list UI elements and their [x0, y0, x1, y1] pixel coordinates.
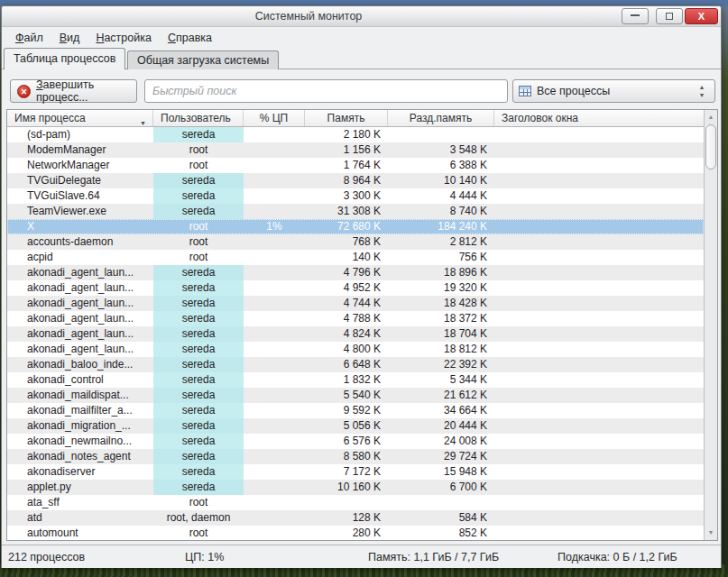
table-row[interactable]: NetworkManagerroot1 764 K6 388 K: [7, 158, 704, 173]
cell-cpu: [244, 388, 305, 403]
table-row[interactable]: akonadi_agent_laun...sereda4 824 K18 704…: [7, 326, 704, 342]
table-row[interactable]: ata_sffroot: [7, 495, 704, 510]
table-row[interactable]: TeamViewer.exesereda31 308 K8 740 K: [7, 204, 704, 219]
table-row[interactable]: akonadi_maildispat...sereda5 540 K21 612…: [7, 388, 704, 403]
kill-process-button[interactable]: ✕ Завершить процесс...: [10, 79, 137, 103]
tab-system-load[interactable]: Общая загрузка системы: [127, 50, 279, 69]
cell-memory: 72 680 K: [305, 219, 388, 234]
cell-memory: 4 788 K: [305, 311, 388, 326]
cell-user: sereda: [153, 127, 244, 142]
scrollbar-thumb[interactable]: [705, 124, 716, 169]
table-row[interactable]: akonadi_controlsereda1 832 K5 344 K: [7, 372, 704, 388]
vertical-scrollbar[interactable]: ▲ ▼: [704, 110, 717, 540]
cell-cpu: [244, 418, 305, 434]
cell-window-title: [494, 495, 704, 510]
table-row[interactable]: akonadi_agent_laun...sereda4 952 K19 320…: [7, 280, 704, 296]
cell-process-name: acpid: [7, 250, 153, 265]
process-filter-combo[interactable]: Все процессы ▲ ▼: [512, 79, 715, 103]
cell-cpu: [244, 434, 305, 449]
close-button[interactable]: X: [685, 8, 718, 24]
titlebar[interactable]: Системный монитор X: [2, 6, 721, 27]
table-row[interactable]: akonadi_agent_laun...sereda4 788 K18 372…: [7, 311, 704, 326]
cell-user: sereda: [153, 296, 244, 311]
table-row[interactable]: Xroot1%72 680 K184 240 K: [7, 219, 704, 234]
cell-user: root: [153, 234, 244, 250]
cell-user: sereda: [153, 173, 244, 188]
cell-shared-memory: 19 320 K: [388, 280, 494, 296]
table-row[interactable]: atdroot, daemon128 K584 K: [7, 510, 704, 526]
status-swap: Подкачка: 0 Б / 1,2 ГиБ: [558, 551, 677, 563]
cell-window-title: [494, 388, 704, 403]
cell-memory: 1 832 K: [305, 372, 388, 388]
menu-file[interactable]: Файл: [7, 28, 51, 49]
cell-cpu: [244, 127, 305, 142]
table-row[interactable]: acpidroot140 K756 K: [7, 250, 704, 265]
menu-view[interactable]: Вид: [51, 28, 88, 49]
cell-shared-memory: 24 008 K: [388, 434, 494, 449]
menu-settings[interactable]: Настройка: [88, 28, 160, 49]
table-row[interactable]: (sd-pam)sereda2 180 K: [7, 127, 704, 142]
cell-window-title: [494, 234, 704, 250]
cell-cpu: [244, 142, 305, 158]
cell-user: sereda: [153, 480, 244, 495]
table-row[interactable]: ModemManagerroot1 156 K3 548 K: [7, 142, 704, 158]
combo-spinner[interactable]: ▲ ▼: [695, 82, 709, 100]
column-header-cpu[interactable]: % ЦП: [244, 110, 305, 126]
cell-user: root: [153, 158, 244, 173]
table-row[interactable]: akonadi_agent_laun...sereda4 796 K18 896…: [7, 265, 704, 280]
table-row[interactable]: akonadi_newmailno...sereda6 576 K24 008 …: [7, 434, 704, 449]
minimize-button[interactable]: [622, 8, 649, 24]
tab-process-table[interactable]: Таблица процессов: [4, 48, 125, 69]
cell-cpu: [244, 188, 305, 204]
cell-memory: 4 952 K: [305, 280, 388, 296]
cell-memory: 8 580 K: [305, 449, 388, 464]
cell-window-title: [494, 188, 704, 204]
cell-window-title: [494, 158, 704, 173]
cell-process-name: akonadi_agent_laun...: [7, 326, 153, 342]
maximize-button[interactable]: [656, 8, 683, 24]
cell-user: sereda: [153, 188, 244, 204]
table-row[interactable]: akonadiserversereda7 172 K15 948 K: [7, 464, 704, 480]
column-header-memory[interactable]: Память: [305, 110, 388, 126]
cell-shared-memory: 2 812 K: [388, 234, 494, 250]
table-row[interactable]: akonadi_agent_laun...sereda4 800 K18 812…: [7, 342, 704, 357]
column-header-user[interactable]: Пользователь: [153, 110, 244, 126]
cell-window-title: [494, 204, 704, 219]
table-row[interactable]: akonadi_migration_...sereda5 056 K20 444…: [7, 418, 704, 434]
column-header-name[interactable]: Имя процесса▼: [7, 110, 153, 126]
cell-process-name: atd: [7, 510, 153, 526]
cell-memory: 2 180 K: [305, 127, 388, 142]
cell-user: sereda: [153, 388, 244, 403]
table-body: (sd-pam)sereda2 180 KModemManagerroot1 1…: [7, 127, 704, 541]
cell-window-title: [494, 510, 704, 526]
cell-user: root: [153, 526, 244, 541]
cell-user: sereda: [153, 449, 244, 464]
minimize-icon: [631, 14, 640, 16]
process-table: Имя процесса▼ Пользователь % ЦП Память Р…: [6, 109, 718, 541]
cell-window-title: [494, 142, 704, 158]
cell-process-name: akonadi_control: [7, 372, 153, 388]
scroll-down-icon[interactable]: ▼: [705, 527, 717, 539]
table-row[interactable]: TVGuiSlave.64sereda3 300 K4 444 K: [7, 188, 704, 204]
menu-help[interactable]: Справка: [160, 28, 220, 49]
table-row[interactable]: akonadi_agent_laun...sereda4 744 K18 428…: [7, 296, 704, 311]
cell-process-name: akonadi_agent_laun...: [7, 280, 153, 296]
cell-process-name: TVGuiSlave.64: [7, 188, 153, 204]
column-header-windowtitle[interactable]: Заголовок окна: [494, 110, 704, 126]
table-row[interactable]: akonadi_baloo_inde...sereda6 648 K22 392…: [7, 357, 704, 372]
cell-user: root: [153, 142, 244, 158]
table-row[interactable]: akonadi_mailfilter_a...sereda9 592 K34 6…: [7, 403, 704, 418]
table-row[interactable]: applet.pysereda10 160 K6 700 K: [7, 480, 704, 495]
quick-search-input[interactable]: [144, 79, 508, 103]
column-header-sharedmem[interactable]: Разд.память: [388, 110, 494, 126]
cell-process-name: akonadi_maildispat...: [7, 388, 153, 403]
status-memory: Память: 1,1 ГиБ / 7,7 ГиБ: [368, 551, 499, 563]
kill-process-icon: ✕: [17, 85, 31, 98]
cell-process-name: akonadi_baloo_inde...: [7, 357, 153, 372]
scroll-up-icon[interactable]: ▲: [705, 111, 717, 124]
cell-process-name: akonadi_agent_laun...: [7, 265, 153, 280]
table-row[interactable]: accounts-daemonroot768 K2 812 K: [7, 234, 704, 250]
table-row[interactable]: automountroot280 K852 K: [7, 526, 704, 541]
table-row[interactable]: akonadi_notes_agentsereda8 580 K29 724 K: [7, 449, 704, 464]
table-row[interactable]: TVGuiDelegatesereda8 964 K10 140 K: [7, 173, 704, 188]
